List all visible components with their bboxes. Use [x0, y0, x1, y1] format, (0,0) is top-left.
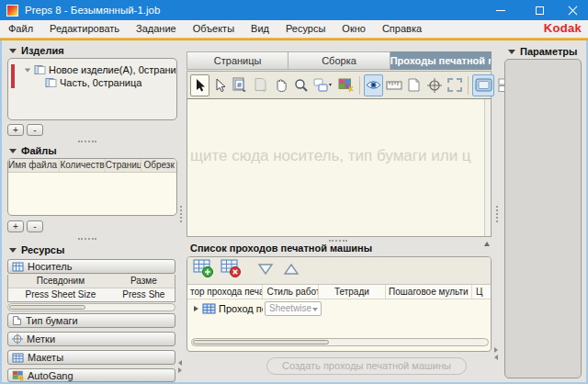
paper-type-icon	[12, 315, 22, 326]
remove-file-button[interactable]: -	[27, 220, 43, 232]
single-sheet-view-icon	[475, 78, 492, 92]
products-section-header[interactable]: Изделия	[9, 45, 64, 56]
accordion-templates[interactable]: Макеты	[7, 350, 175, 365]
accordion-autogang[interactable]: AutoGang	[7, 368, 175, 382]
splitter-handle[interactable]	[78, 238, 96, 240]
menu-edit[interactable]: Редактировать	[41, 20, 128, 38]
close-button[interactable]	[557, 0, 588, 20]
press-runs-toolbar	[187, 257, 491, 285]
tab-assembly[interactable]: Сборка	[288, 51, 390, 70]
accordion-paper-type[interactable]: Тип бумаги	[7, 313, 175, 328]
page-number-tool-button[interactable]: #	[231, 74, 250, 96]
files-col-pages[interactable]: Страницы	[106, 159, 142, 172]
media-size-value: Press She	[113, 288, 175, 301]
media-table[interactable]: Псевдоним Разме Press Sheet Size Press S…	[7, 275, 175, 302]
preview-toggle-button[interactable]	[364, 74, 383, 96]
files-section-header[interactable]: Файлы	[9, 145, 57, 156]
collapse-right-icon	[494, 347, 498, 353]
product-tree-row[interactable]: Новое изделие(А), 0страница	[24, 64, 177, 75]
zoom-tool-icon	[294, 78, 309, 93]
panel-splitter-handle[interactable]	[496, 206, 498, 222]
files-col-trim[interactable]: Обрезк	[141, 159, 176, 172]
menu-objects[interactable]: Объекты	[185, 20, 243, 38]
col-press-run-id[interactable]: тор прохода печат	[187, 285, 263, 299]
remove-product-button[interactable]: -	[27, 124, 43, 136]
layout-picker-button[interactable]	[311, 74, 335, 96]
move-up-button[interactable]	[283, 263, 300, 279]
press-run-row[interactable]: Проход пе Sheetwise	[187, 299, 491, 318]
col-work-style[interactable]: Стиль работы	[263, 285, 320, 299]
accordion-media[interactable]: Носитель	[7, 259, 175, 274]
measure-tool-button[interactable]	[384, 74, 403, 96]
menu-file[interactable]: Файл	[0, 20, 41, 38]
delete-press-run-button[interactable]	[220, 259, 243, 282]
layout-canvas[interactable]: щите сюда носитель, тип бумаги или ц	[187, 99, 492, 237]
canvas-vertical-scrollbar[interactable]	[484, 99, 491, 236]
splitter-handle[interactable]	[329, 240, 347, 242]
media-col-size[interactable]: Разме	[113, 275, 175, 288]
menu-resources[interactable]: Ресурсы	[277, 20, 334, 38]
add-press-run-button[interactable]	[193, 259, 215, 282]
zoom-tool-button[interactable]	[291, 74, 311, 96]
press-runs-title: Список проходов печатной машины	[190, 243, 372, 254]
create-press-runs-button[interactable]: Создать проходы печатной машины	[266, 357, 467, 375]
add-product-button[interactable]: +	[7, 124, 24, 136]
maximize-button[interactable]	[524, 0, 555, 20]
tab-press-runs[interactable]: Проходы печатной маши	[390, 51, 492, 70]
files-col-count[interactable]: Количество	[60, 159, 105, 172]
media-alias-value: Press Sheet Size	[8, 288, 113, 301]
pan-tool-button[interactable]	[271, 74, 290, 96]
press-runs-scrollbar-thumb[interactable]	[193, 340, 329, 344]
panel-splitter-handle[interactable]	[180, 206, 182, 222]
select-tool-icon	[194, 78, 207, 93]
media-scrollbar-thumb[interactable]	[9, 305, 85, 310]
splitter-handle[interactable]	[78, 141, 96, 142]
press-runs-scrollbar[interactable]	[191, 338, 489, 346]
direct-select-tool-icon	[214, 78, 227, 93]
add-file-button[interactable]: +	[7, 220, 24, 232]
kodak-logo: Kodak	[544, 21, 582, 35]
accordion-templates-label: Макеты	[28, 352, 63, 363]
ruler-icon	[386, 81, 402, 90]
direct-select-tool-button[interactable]	[210, 74, 230, 96]
menu-view[interactable]: Вид	[243, 20, 277, 38]
collapse-left-icon	[178, 360, 182, 366]
media-col-alias[interactable]: Псевдоним	[8, 275, 113, 288]
page-proof-button[interactable]	[404, 74, 424, 96]
right-collapse-control[interactable]	[494, 347, 498, 360]
files-col-name[interactable]: Имя файла	[8, 159, 60, 172]
press-run-name: Проход пе	[219, 303, 263, 314]
col-color[interactable]: Ц	[472, 285, 491, 299]
expander-open-icon[interactable]	[25, 68, 30, 72]
window-title: Preps 8 - Безымянный-1.job	[25, 5, 160, 16]
menu-job[interactable]: Задание	[128, 20, 185, 38]
select-tool-button[interactable]	[190, 74, 209, 96]
fit-view-button[interactable]	[445, 74, 464, 96]
product-icon	[34, 64, 46, 75]
work-style-dropdown[interactable]: Sheetwise	[265, 301, 322, 316]
media-scrollbar[interactable]	[7, 303, 175, 311]
registration-target-button[interactable]	[424, 74, 444, 96]
col-step-multi[interactable]: Пошаговое мульти	[386, 285, 472, 299]
files-list[interactable]: Имя файла Количество Страницы Обрезк	[7, 158, 177, 216]
panel-scroll-up-icon[interactable]	[484, 242, 490, 246]
row-expander-icon[interactable]	[194, 306, 198, 311]
parameters-section-header[interactable]: Параметры	[508, 46, 577, 57]
products-tree[interactable]: Новое изделие(А), 0страница Часть, 0стра…	[7, 58, 177, 120]
col-signatures[interactable]: Тетради	[319, 285, 386, 299]
resources-section-header[interactable]: Ресурсы	[9, 244, 64, 255]
minimize-button[interactable]	[485, 0, 516, 20]
maximize-icon	[536, 6, 544, 15]
menu-window[interactable]: Окно	[334, 20, 374, 38]
tab-pages[interactable]: Страницы	[187, 51, 288, 70]
autogang-wizard-button[interactable]	[336, 74, 356, 96]
move-down-button[interactable]	[257, 263, 274, 279]
add-page-tool-button[interactable]	[251, 74, 270, 96]
single-sheet-view-button[interactable]	[472, 74, 494, 96]
part-tree-row[interactable]: Часть, 0страница	[45, 77, 141, 88]
menu-help[interactable]: Справка	[374, 20, 430, 38]
accordion-marks[interactable]: Метки	[7, 332, 175, 346]
dropdown-caret-icon	[312, 308, 318, 311]
media-row[interactable]: Press Sheet Size Press She	[8, 288, 175, 301]
sidebar-collapse-control[interactable]	[178, 360, 182, 373]
